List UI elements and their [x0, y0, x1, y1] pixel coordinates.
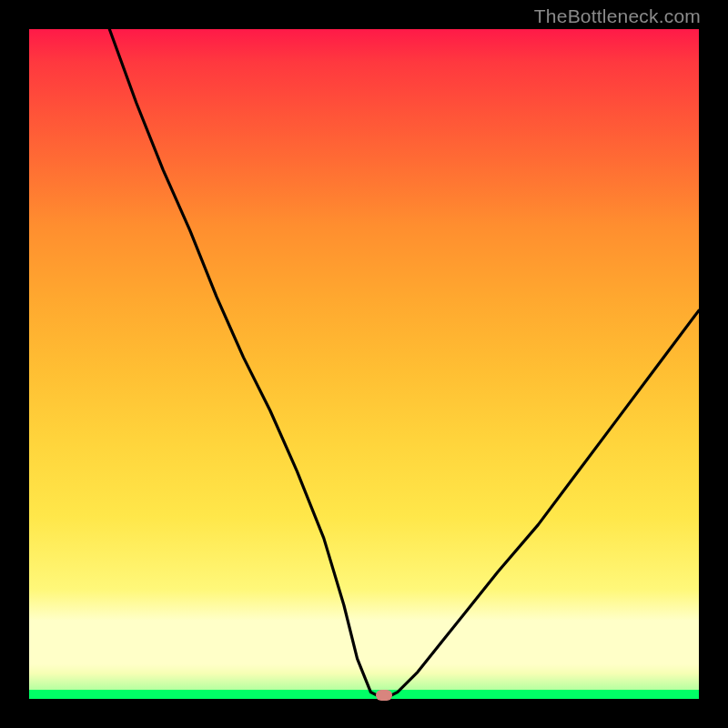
bottleneck-marker	[376, 690, 392, 701]
chart-frame: TheBottleneck.com	[0, 0, 728, 728]
watermark-text: TheBottleneck.com	[534, 5, 701, 27]
plot-area	[29, 29, 699, 699]
bottleneck-curve	[29, 29, 699, 699]
